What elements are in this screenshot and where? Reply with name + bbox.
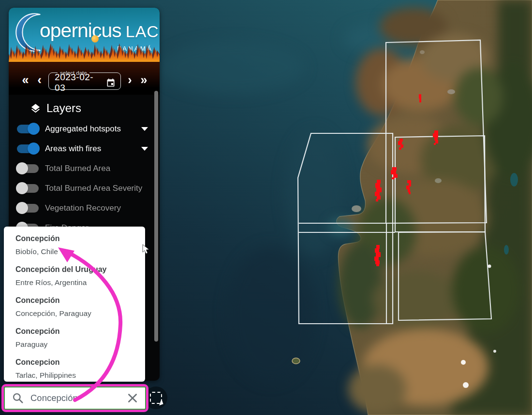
layer-label: Vegetation Recovery [45,203,121,213]
result-name[interactable]: Concepcion [15,358,133,367]
layer-toggle[interactable] [17,204,39,213]
layer-row-aggregated-hotspots: Aggregated hotspots [9,119,160,139]
layer-toggle[interactable] [17,125,39,133]
search-result-item[interactable]: Concepción Biobío, Chile [4,230,145,261]
hotspot-pixel [392,177,395,179]
bbox-select-icon [150,392,162,404]
logo-sun-dot [91,35,99,43]
result-name[interactable]: Concepción [15,234,133,243]
clear-search-icon[interactable] [126,392,139,404]
layers-panel: Layers Aggregated hotspots Areas with fi… [9,95,160,238]
result-region: Entre Ríos, Argentina [15,278,133,287]
layer-label: Areas with fires [45,144,101,154]
hotspot-pixel [399,147,401,150]
hotspot-pixel [375,260,380,264]
layer-row-vegetation-recovery: Vegetation Recovery [9,198,160,218]
hotspot-pixel [393,174,398,178]
hotspot-pixel [377,196,381,200]
search-results-dropdown: Concepción Biobío, Chile Concepción del … [4,227,145,382]
layer-toggle[interactable] [17,184,39,193]
hotspot-pixel [398,141,402,145]
search-box[interactable] [4,386,146,410]
date-navigation: « ‹ select date 2023-02-03 › » [9,62,160,95]
next-date-button[interactable]: › [123,70,137,89]
search-icon [12,392,24,404]
layers-icon [30,103,41,114]
layer-toggle[interactable] [17,144,39,153]
search-input[interactable] [24,393,126,403]
first-date-button[interactable]: « [18,70,32,89]
search-result-item[interactable]: Concepcion Tarlac, Philippines [4,354,145,382]
layer-label: Total Burned Area [45,164,110,173]
hotspot-pixel [376,264,379,266]
logo-text: opernicus [40,19,121,42]
result-region: Concepción, Paraguay [15,309,133,318]
calendar-icon[interactable] [106,78,116,87]
hotspot-pixel [419,98,421,102]
hotspot-pixel [375,183,380,188]
chevron-down-icon[interactable] [141,127,148,131]
result-name[interactable]: Concepción [15,296,133,305]
date-picker-field[interactable]: select date 2023-02-03 [48,70,121,90]
hotspot-pixel [435,140,438,143]
result-name[interactable]: Concepción del Uruguay [15,265,133,274]
hotspot-pixel [419,94,421,99]
hotspot-pixel [406,186,410,189]
hotspot-pixel [434,137,438,141]
hotspot-pixel [434,143,436,145]
result-region: Biobío, Chile [15,247,133,256]
flames-decoration [9,43,160,62]
result-region: Paraguay [15,340,133,349]
layer-row-total-burned-area: Total Burned Area [9,158,160,178]
search-result-item[interactable]: Concepción Paraguay [4,323,145,354]
hotspot-pixel [377,180,381,184]
hotspot-pixel [392,167,397,171]
hotspot-pixel [375,248,379,253]
layers-title: Layers [46,101,81,115]
hotspot-pixel [374,257,379,261]
layer-label: Aggregated hotspots [45,124,121,134]
sidebar-scrollbar[interactable] [154,91,158,342]
search-result-item[interactable]: Concepción Concepción, Paraguay [4,292,145,323]
logo-suffix: LAC [126,22,159,41]
hotspot-pixel [391,170,396,174]
hotspot-pixel [433,133,438,137]
hotspot-pixel [400,144,403,148]
app-logo: opernicusLAC PANAMÁ [9,8,160,62]
chevron-down-icon[interactable] [141,147,148,151]
hotspot-pixel [376,187,382,192]
date-value[interactable]: 2023-02-03 [55,72,101,93]
hotspot-pixel [409,192,411,194]
hotspot-pixel [375,192,380,196]
hotspot-pixel [376,199,378,201]
hotspot-pixel [376,245,380,249]
island [292,358,300,364]
result-name[interactable]: Concepción [15,327,133,336]
search-result-item[interactable]: Concepción del Uruguay Entre Ríos, Argen… [4,261,145,292]
layer-label: Total Burned Area Severity [45,184,142,193]
result-region: Tarlac, Philippines [15,371,133,380]
last-date-button[interactable]: » [137,70,151,89]
annotation-highlight-box [1,384,148,412]
layer-row-areas-with-fires: Areas with fires [9,139,160,158]
layer-row-total-burned-area-severity: Total Burned Area Severity [9,178,160,198]
hotspot-pixel [408,189,410,192]
layer-toggle[interactable] [17,164,39,173]
previous-date-button[interactable]: ‹ [32,70,46,89]
hotspot-pixel [434,130,438,133]
hotspot-pixel [376,252,381,257]
